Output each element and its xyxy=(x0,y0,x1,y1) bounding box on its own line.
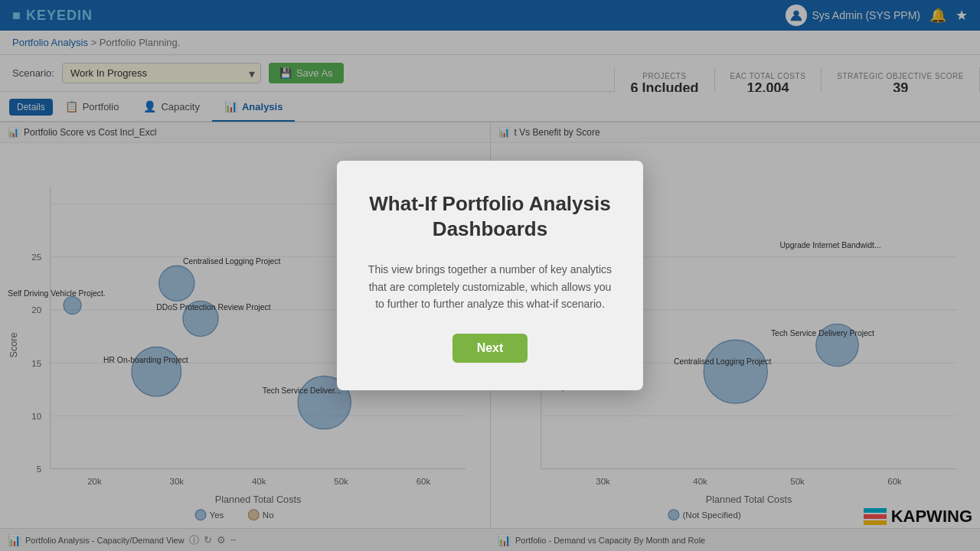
modal-next-button[interactable]: Next xyxy=(452,334,528,363)
modal-overlay: What-If Portfolio Analysis Dashboards Th… xyxy=(0,0,980,551)
modal-dialog: What-If Portfolio Analysis Dashboards Th… xyxy=(337,161,643,391)
modal-title: What-If Portfolio Analysis Dashboards xyxy=(364,191,616,243)
modal-body: This view brings together a number of ke… xyxy=(364,261,616,312)
